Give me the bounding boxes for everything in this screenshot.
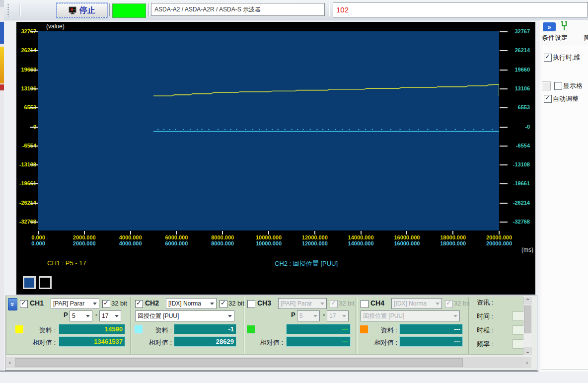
y-axis-label-right: -0 bbox=[508, 124, 530, 130]
app-window: 停止 ASDA-A2 / ASDA-A2R / ASDA-S 示波器 102 (… bbox=[0, 0, 588, 383]
trace-noise-dot bbox=[218, 129, 219, 130]
trace-noise-dot bbox=[183, 129, 184, 130]
chevron-down-icon bbox=[313, 315, 317, 317]
ch3-32bit-checkbox bbox=[330, 300, 338, 308]
trace-noise-dot bbox=[297, 129, 298, 130]
auto-adjust-label[interactable]: 自动调整 bbox=[553, 94, 579, 103]
x-axis-label-ch1: 14000.000 bbox=[340, 234, 382, 240]
y-tick-right bbox=[500, 183, 508, 184]
ch2-32bit-checkbox[interactable] bbox=[220, 300, 227, 308]
dock-fragment-yellow bbox=[0, 47, 4, 83]
ch2-data-label: 资料 : bbox=[146, 326, 172, 335]
pin-icon[interactable] bbox=[560, 21, 568, 34]
ch2-relative-label: 相对值 : bbox=[139, 338, 172, 347]
channel-panel-hscrollbar[interactable]: ‹ › bbox=[6, 357, 531, 368]
auto-adjust-checkbox[interactable] bbox=[544, 95, 552, 103]
channel-panel-vscrollbar[interactable]: ⌃ ⌄ bbox=[523, 297, 532, 355]
collapse-panel-button[interactable]: » bbox=[543, 22, 556, 31]
ch4-data-field: --- bbox=[399, 324, 463, 334]
show-grid-label[interactable]: 显示格 bbox=[563, 81, 583, 90]
dock-fragment-tab bbox=[0, 0, 4, 7]
tab-condition-setting[interactable]: 条件设定 bbox=[542, 33, 568, 42]
x-axis-label-ch2: 8000.000 bbox=[202, 240, 243, 246]
scroll-right-button[interactable]: › bbox=[522, 357, 531, 368]
chevron-down-icon bbox=[342, 315, 346, 317]
trace-noise-dot bbox=[163, 129, 164, 130]
x-tick bbox=[361, 231, 362, 234]
ch3-p-index-dropdown: 17 bbox=[327, 310, 349, 321]
ch2-trace-label: CH2 : 回授位置 [PUU] bbox=[275, 259, 338, 268]
x-tick bbox=[38, 231, 39, 234]
ch3-p-group-value: 5 bbox=[299, 312, 303, 319]
toolbar-drag-handle[interactable] bbox=[7, 3, 10, 17]
trace-noise-dot bbox=[358, 129, 359, 130]
scroll-left-button[interactable]: ‹ bbox=[6, 357, 14, 368]
trace-noise-dot bbox=[245, 129, 246, 130]
vscroll-thumb[interactable] bbox=[524, 306, 531, 333]
run-status-indicator bbox=[112, 3, 146, 18]
chevron-down-icon bbox=[436, 303, 440, 305]
panel-expander-button[interactable]: » bbox=[8, 298, 17, 310]
scroll-up-button[interactable]: ⌃ bbox=[523, 297, 532, 305]
value-axis-title: (value) bbox=[46, 23, 65, 30]
x-axis-label-ch2: 16000.000 bbox=[386, 240, 428, 246]
device-title-field[interactable]: ASDA-A2 / ASDA-A2R / ASDA-S 示波器 bbox=[151, 3, 325, 16]
trace-noise-dot bbox=[492, 129, 493, 130]
y-axis-label-right: 13106 bbox=[508, 85, 530, 91]
show-grid-checkbox[interactable] bbox=[554, 82, 562, 90]
ch4-type-value: [IDX] Norma bbox=[394, 300, 427, 307]
trace-noise-dot bbox=[278, 129, 279, 130]
x-axis-label-ch2: 14000.000 bbox=[340, 240, 382, 246]
x-tick bbox=[222, 231, 223, 234]
ch3-enable-checkbox[interactable] bbox=[247, 300, 255, 308]
ch1-name: CH1 bbox=[30, 299, 44, 307]
trace-noise-dot bbox=[381, 129, 382, 130]
ch1-p-index-dropdown[interactable]: 17 bbox=[99, 310, 121, 321]
x-tick bbox=[452, 231, 453, 234]
trace-noise-dot bbox=[266, 129, 267, 130]
ch2-name: CH2 bbox=[145, 299, 159, 307]
y-tick-right bbox=[500, 50, 508, 51]
status-value-field[interactable]: 102 bbox=[333, 2, 588, 17]
ch1-32bit-checkbox[interactable] bbox=[102, 300, 110, 308]
ch4-enable-checkbox[interactable] bbox=[361, 300, 368, 308]
trace-noise-dot bbox=[418, 129, 419, 130]
ch2-type-value: [IDX] Norma bbox=[168, 300, 201, 307]
y-axis-label-right: -19661 bbox=[508, 180, 530, 186]
x-axis-label-ch1: 4000.000 bbox=[110, 234, 151, 240]
ch1-p-group-value: 5 bbox=[72, 312, 75, 319]
toolbar-separator bbox=[148, 3, 150, 16]
collapse-panel-label: » bbox=[547, 23, 551, 31]
chevron-down-icon bbox=[453, 315, 457, 317]
ch2-source-dropdown[interactable]: 回授位置 [PUU] bbox=[135, 310, 234, 321]
chevron-down-icon bbox=[320, 303, 324, 305]
y-tick-right bbox=[500, 70, 508, 71]
ch1-p-group-dropdown[interactable]: 5 bbox=[70, 310, 92, 321]
page-select-square-2[interactable] bbox=[39, 276, 52, 289]
tab-next-partial[interactable]: 简 bbox=[584, 33, 588, 42]
ch1-enable-checkbox[interactable] bbox=[20, 300, 28, 308]
stop-button[interactable]: 停止 bbox=[57, 3, 107, 18]
plot-area[interactable] bbox=[38, 31, 499, 230]
ch2-type-dropdown[interactable]: [IDX] Norma bbox=[166, 298, 217, 309]
run-keep-checkbox[interactable] bbox=[544, 54, 552, 62]
ch1-type-dropdown[interactable]: [PAR] Parar bbox=[51, 298, 99, 309]
toolbar-separator bbox=[328, 3, 330, 16]
trace-noise-dot bbox=[427, 129, 428, 130]
ch4-32bit-checkbox bbox=[445, 300, 453, 308]
hscroll-thumb[interactable] bbox=[15, 358, 463, 367]
y-tick-right bbox=[500, 127, 508, 128]
run-keep-label[interactable]: 执行时,维 bbox=[553, 53, 581, 62]
disabled-option-box bbox=[542, 81, 551, 90]
trace-noise-dot bbox=[390, 129, 391, 130]
ch2-enable-checkbox[interactable] bbox=[135, 300, 143, 308]
page-select-square-1[interactable] bbox=[23, 276, 36, 289]
ch3-p-group-dropdown: 5 bbox=[297, 310, 320, 321]
channel-divider bbox=[356, 297, 358, 354]
scroll-down-button[interactable]: ⌄ bbox=[523, 347, 532, 355]
status-value-text: 102 bbox=[336, 5, 349, 14]
ch1-relative-label: 相对值 : bbox=[22, 338, 56, 347]
time-axis-unit: (ms) bbox=[511, 246, 533, 253]
x-axis-label-ch2: 0.000 bbox=[17, 240, 59, 246]
y-tick-left bbox=[30, 183, 38, 184]
